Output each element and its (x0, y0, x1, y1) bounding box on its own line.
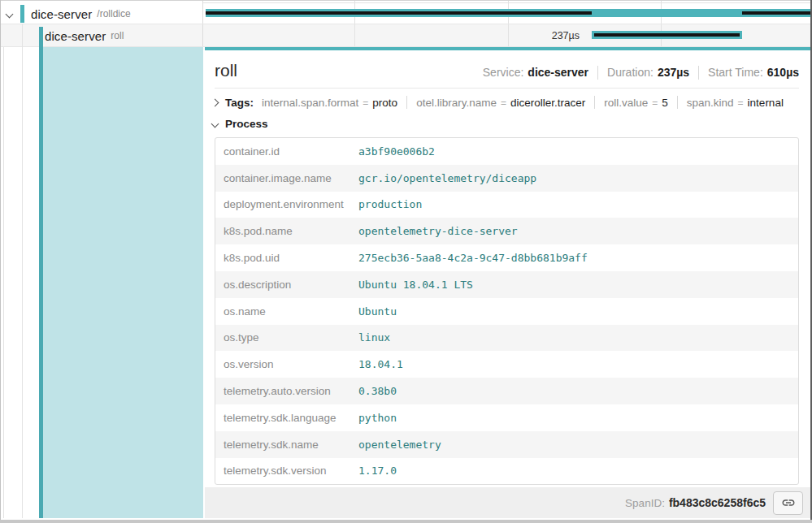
kv-key: k8s.pod.name (215, 218, 358, 244)
tag-equals: = (738, 97, 744, 109)
duration-label: Duration: (607, 66, 654, 79)
duration-value: 237µs (658, 66, 689, 79)
table-row: telemetry.sdk.nameopentelemetry (215, 431, 798, 458)
tag-item: span.kind = internal (687, 97, 784, 109)
tag-value: 5 (662, 97, 668, 109)
tag-equals: = (363, 97, 368, 109)
service-value: dice-server (528, 66, 588, 79)
kv-value: 0.38b0 (358, 378, 798, 404)
tag-item: internal.span.format = proto (262, 97, 397, 109)
span-color-bar (20, 5, 24, 23)
span-duration-label: 237µs (488, 30, 580, 41)
kv-key: os.description (215, 271, 358, 298)
kv-value: linux (358, 325, 798, 352)
tag-divider (594, 96, 595, 109)
service-label: Service: (483, 66, 524, 79)
table-row: telemetry.auto.version0.38b0 (215, 378, 798, 404)
span-operation-name: /rolldice (97, 8, 130, 19)
link-icon (781, 495, 796, 510)
span-detail-panel: roll Service: dice-server Duration: 237µ… (205, 47, 810, 518)
tag-value: proto (372, 97, 397, 109)
kv-key: deployment.environment (215, 192, 358, 218)
span-row-roll[interactable]: dice-server roll (45, 26, 124, 45)
table-row: os.descriptionUbuntu 18.04.1 LTS (215, 271, 798, 298)
table-row: telemetry.sdk.languagepython (215, 404, 798, 431)
span-id-value: fb483c8c6258f6c5 (669, 496, 766, 509)
kv-value: opentelemetry (358, 431, 798, 458)
tags-accordion[interactable]: Tags: internal.span.format = proto otel.… (205, 89, 810, 112)
start-time-value: 610µs (767, 66, 799, 79)
span-bar-stripe (594, 33, 740, 37)
selected-span-accent-block (43, 47, 203, 518)
kv-key: telemetry.sdk.name (215, 431, 358, 458)
kv-value: python (358, 404, 798, 431)
chevron-down-icon[interactable] (6, 10, 14, 18)
tag-key: roll.value (604, 97, 648, 109)
tag-item: roll.value = 5 (604, 97, 668, 109)
span-service-name: dice-server (45, 29, 106, 43)
table-row: k8s.pod.uid275ecb36-5aa8-4c2a-9c47-d8bb6… (215, 244, 798, 271)
span-row-rolldice[interactable]: dice-server /rolldice (7, 3, 131, 24)
span-bar-stripe (742, 11, 810, 15)
chevron-down-icon[interactable] (211, 120, 219, 128)
span-detail-footer: SpanID: fb483c8c6258f6c5 (205, 487, 810, 518)
window-border (0, 0, 1, 523)
process-key-value-table: container.ida3bf90e006b2 container.image… (215, 137, 799, 485)
kv-key: telemetry.sdk.language (215, 404, 358, 431)
kv-key: container.image.name (215, 165, 358, 192)
kv-value: 18.04.1 (358, 351, 798, 378)
tag-value: internal (748, 97, 784, 109)
table-row: os.typelinux (215, 325, 798, 352)
indent-guide (22, 24, 23, 518)
tags-section-label: Tags: (225, 97, 254, 109)
kv-value: opentelemetry-dice-server (358, 218, 798, 244)
tag-divider (677, 96, 678, 109)
kv-value: 275ecb36-5aa8-4c2a-9c47-d8bb681b9aff (358, 244, 798, 271)
table-row: deployment.environmentproduction (215, 192, 798, 218)
span-operation-name: roll (111, 30, 124, 41)
process-section-label: Process (225, 118, 268, 130)
meta-divider (698, 66, 699, 80)
span-id-label: SpanID: (625, 497, 665, 509)
span-bar-rolldice[interactable] (206, 9, 810, 17)
tag-key: otel.library.name (416, 97, 497, 109)
span-detail-header: roll Service: dice-server Duration: 237µ… (205, 50, 810, 80)
window-border (0, 520, 812, 523)
kv-key: k8s.pod.uid (215, 244, 358, 271)
tag-divider (406, 96, 407, 109)
kv-key: os.type (215, 325, 358, 352)
span-service-name: dice-server (31, 7, 92, 21)
span-meta: Service: dice-server Duration: 237µs Sta… (483, 66, 799, 80)
kv-key: telemetry.auto.version (215, 378, 358, 404)
tag-key: span.kind (687, 97, 734, 109)
table-row: os.nameUbuntu (215, 298, 798, 325)
span-bar-stripe (206, 11, 592, 15)
kv-value: Ubuntu (358, 298, 798, 325)
kv-key: os.version (215, 351, 358, 378)
table-row: telemetry.sdk.version1.17.0 (215, 458, 798, 485)
tag-key: internal.span.format (262, 97, 358, 109)
kv-key: telemetry.sdk.version (215, 458, 358, 485)
kv-key: container.id (215, 138, 358, 165)
kv-value: 1.17.0 (358, 458, 798, 485)
kv-value: Ubuntu 18.04.1 LTS (358, 271, 798, 298)
table-row: os.version18.04.1 (215, 351, 798, 378)
table-row: container.image.namegcr.io/opentelemetry… (215, 165, 798, 192)
kv-value: a3bf90e006b2 (358, 138, 798, 165)
tag-item: otel.library.name = diceroller.tracer (416, 97, 585, 109)
process-accordion[interactable]: Process (205, 112, 810, 135)
start-time-label: Start Time: (708, 66, 763, 79)
kv-value: gcr.io/opentelemetry/diceapp (358, 165, 798, 192)
table-row: container.ida3bf90e006b2 (215, 138, 798, 165)
indent-guide (3, 47, 4, 518)
window-border (0, 0, 812, 1)
span-bar-roll[interactable] (592, 31, 742, 39)
table-row: k8s.pod.nameopentelemetry-dice-server (215, 218, 798, 244)
kv-key: os.name (215, 298, 358, 325)
meta-divider (597, 66, 598, 80)
kv-value: production (358, 192, 798, 218)
jaeger-trace-detail-view: dice-server /rolldice dice-server roll 2… (0, 0, 812, 523)
span-detail-title: roll (215, 61, 237, 80)
chevron-right-icon[interactable] (211, 98, 219, 106)
copy-link-button[interactable] (773, 491, 803, 515)
